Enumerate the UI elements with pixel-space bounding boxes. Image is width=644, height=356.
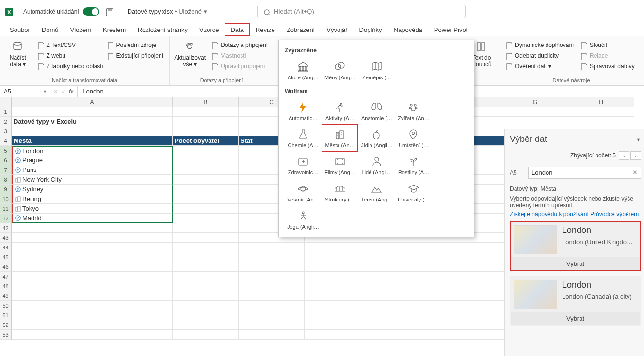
cell[interactable] [173,233,239,243]
cell[interactable] [370,281,436,291]
cell[interactable] [173,117,239,126]
cell-city[interactable]: New York City [12,175,173,185]
cell[interactable] [370,320,436,330]
cell[interactable] [12,243,173,252]
col-head-A[interactable]: A [12,97,173,107]
cell[interactable] [436,262,502,272]
cell[interactable] [436,310,502,320]
cell[interactable] [239,310,305,320]
cell[interactable] [173,214,239,223]
cell[interactable] [370,310,436,320]
datatype-apple[interactable]: Jídlo (Angli… [358,124,395,152]
datatype-bolt[interactable]: Automatic… [285,97,322,124]
edit-links-button[interactable]: Upravit propojení [208,62,270,71]
row-head-51[interactable]: 51 [0,310,12,320]
cell[interactable] [239,281,305,291]
tab-zobrazení[interactable]: Zobrazení [281,23,321,36]
cell[interactable] [173,107,239,117]
cell[interactable] [12,233,173,243]
cell[interactable] [305,320,370,330]
datatype-lungs[interactable]: Anatomie (… [358,97,395,124]
cell[interactable] [305,310,370,320]
cell[interactable] [173,165,239,175]
cell[interactable] [436,291,502,301]
cell[interactable] [370,252,436,262]
tab-soubor[interactable]: Soubor [4,23,36,36]
data-validation-button[interactable]: Ověření dat ▾ [502,62,575,71]
cell[interactable] [568,107,634,117]
cell[interactable] [12,330,173,340]
cell[interactable] [173,204,239,214]
cell-city[interactable]: Prague [12,155,173,165]
cell[interactable] [305,262,370,272]
datatype-film[interactable]: Filmy (Ang… [322,152,358,179]
row-head-4[interactable]: 4 [0,136,12,146]
manage-model-button[interactable]: Spravovat datový [577,62,640,71]
cell[interactable] [12,272,173,281]
cell[interactable] [502,107,568,117]
search-input[interactable]: Hledat (Alt+Q) [257,5,466,18]
cell[interactable] [239,320,305,330]
row-head-3[interactable]: 3 [0,126,12,136]
recent-sources-button[interactable]: Poslední zdroje [104,40,165,50]
flash-fill-button[interactable]: Dynamické doplňování [502,40,575,50]
cell[interactable] [370,272,436,281]
relations-button[interactable]: Relace [577,51,640,61]
tab-vložení[interactable]: Vložení [64,23,97,36]
row-head-46[interactable]: 46 [0,262,12,272]
row-head-48[interactable]: 48 [0,281,12,291]
datatype-person[interactable]: Lidé (Angli… [358,152,395,179]
filename[interactable]: Datové typy.xlsx • Uložené ▾ [128,8,207,15]
cell[interactable] [173,194,239,204]
cell[interactable] [173,146,239,155]
cell-city[interactable]: London [12,146,173,155]
datatype-space[interactable]: Vesmír (An… [285,179,322,206]
remove-dup-button[interactable]: Odebrat duplicity [502,51,575,61]
cell[interactable] [305,330,370,340]
cell-city[interactable]: Beijing [12,194,173,204]
cell[interactable] [173,175,239,185]
cancel-icon[interactable]: ✕ [53,88,58,95]
cell[interactable] [12,301,173,310]
col-head-B[interactable]: B [173,97,239,107]
tab-nápověda[interactable]: Nápověda [388,23,428,36]
cell[interactable] [436,301,502,310]
datatype-med[interactable]: Zdravotnic… [285,152,322,179]
cell[interactable] [173,291,239,301]
get-data-button[interactable]: Načíst data ▾ [4,38,32,68]
cell[interactable] [305,281,370,291]
cell[interactable] [12,262,173,272]
row-head-52[interactable]: 52 [0,320,12,330]
queries-conn-button[interactable]: Dotazy a připojení [208,40,270,50]
existing-conn-button[interactable]: Existující připojení [104,51,165,61]
cell[interactable] [173,272,239,281]
cell[interactable] [173,243,239,252]
cell[interactable] [305,272,370,281]
row-head-49[interactable]: 49 [0,291,12,301]
cell[interactable] [239,252,305,262]
cell[interactable] [12,223,173,233]
cell[interactable] [502,117,568,126]
datatype-peak[interactable]: Terén (Ang… [358,179,395,206]
cell[interactable] [12,107,173,117]
datatype-plant[interactable]: Rostliny (A… [395,152,432,179]
from-web-button[interactable]: Z webu [34,51,102,61]
cell[interactable] [305,252,370,262]
clear-icon[interactable]: ✕ [632,169,638,176]
properties-button[interactable]: Vlastnosti [208,51,270,61]
cell[interactable] [173,185,239,194]
tab-revize[interactable]: Revize [250,23,281,36]
panel-dropdown-icon[interactable]: ▼ [636,137,641,142]
datatype-paw[interactable]: Zvířata (An… [395,97,432,124]
cell[interactable] [173,320,239,330]
cell[interactable] [173,223,239,233]
result-card[interactable]: LondonLondon (Canada) (a city)Vybrat [510,276,641,326]
row-head-53[interactable]: 53 [0,330,12,340]
row-head-9[interactable]: 9 [0,185,12,194]
cell[interactable]: Počet obyvatel [173,136,239,146]
cell[interactable] [173,252,239,262]
cell[interactable] [12,252,173,262]
cell-city[interactable]: Paris [12,165,173,175]
from-table-button[interactable]: Z tabulky nebo oblasti [34,62,102,71]
tab-vzorce[interactable]: Vzorce [193,23,225,36]
